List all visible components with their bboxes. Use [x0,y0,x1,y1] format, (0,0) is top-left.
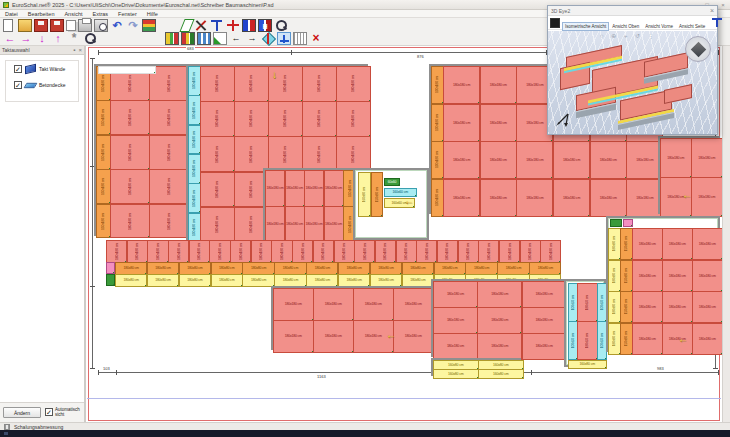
redo-icon[interactable]: ↷ [126,19,140,32]
slab-panel[interactable]: 180x180 cm [304,206,324,243]
compass-icon[interactable] [261,32,275,45]
slab-panel[interactable]: 180x80 cm [211,274,243,287]
open-icon[interactable] [18,19,32,32]
tree-item-takt-wände[interactable]: ✓Takt Wände [6,61,78,77]
slab-panel[interactable]: 180x180 cm [302,101,337,137]
slab-panel[interactable]: 180x180 cm [522,333,567,360]
slab-panel[interactable]: 180x180 cm [632,228,663,260]
arrow-right-icon[interactable]: → [19,32,33,45]
slab-panel[interactable]: 180x80 cm [608,291,621,323]
filler-piece[interactable]: 60x60 [384,178,400,186]
slab-panel[interactable]: 180x180 cm [168,240,189,263]
viewer-3d-close-icon[interactable]: × [710,6,714,15]
slab-panel[interactable]: 180x180 cm [149,100,189,135]
slab-panel[interactable]: 180x50 cm [577,321,598,360]
slab-panel[interactable]: 160x80 cm [478,369,524,379]
slab-panel[interactable]: 180x180 cm [110,204,150,239]
viewer-3d-window[interactable]: 3D Eye2 × Isometrische AnsichtAnsicht Ob… [547,5,718,135]
slab-panel[interactable]: 180x180 cm [692,323,722,355]
slab-panel[interactable]: 150x180 cm [96,169,111,204]
slab-panel[interactable]: 100x180 cm [188,154,201,184]
slab-panel[interactable]: 100x180 cm [188,213,201,243]
asterisk-icon[interactable]: * [67,32,81,45]
slab-panel[interactable]: 180x80 cm [306,274,338,287]
slab-panel[interactable]: 180x180 cm [443,104,480,142]
slab-panel[interactable]: 180x180 cm [336,136,371,172]
slab-panel[interactable]: 150x80 cm [620,260,633,292]
pin-icon[interactable]: ▪ [73,46,75,54]
slab-panel[interactable]: 180x80 cm [115,274,147,287]
slab-panel[interactable]: 180x180 cm [285,206,305,243]
slab-panel[interactable]: 180x180 cm [234,101,269,137]
arrow-up-icon[interactable]: ↑ [51,32,65,45]
slab-panel[interactable]: 180x180 cm [302,66,337,102]
slab-panel[interactable]: 180x180 cm [313,240,334,263]
slab-panel[interactable]: 180x180 cm [437,240,458,263]
slab-panel[interactable]: 150x180 cm [96,204,111,239]
nav-left-icon[interactable]: ← [229,32,243,45]
slab-panel[interactable]: 100x180 cm [188,95,201,125]
slab-panel[interactable]: 180x80 cm [115,262,147,275]
tsquare-icon[interactable] [210,19,224,32]
slab-panel[interactable]: 180x180 cm [375,240,396,263]
filler-piece[interactable] [106,262,115,274]
slab-panel[interactable]: 180x80 cm [370,262,402,275]
slab-panel[interactable]: 180x180 cm [313,288,354,321]
filler-piece[interactable] [98,66,156,74]
save-all-icon[interactable] [50,19,64,32]
zoom-icon[interactable] [274,19,288,32]
slab-panel[interactable]: 160x80 cm [433,369,479,379]
slab-panel[interactable]: 180x180 cm [251,240,272,263]
slab-panel[interactable]: 180x180 cm [477,281,522,308]
slab-panel[interactable]: 180x180 cm [265,170,285,207]
slab-panel[interactable]: 180x180 cm [590,179,627,217]
slab-panel[interactable]: 180x80 cm [242,262,274,275]
grid-columns-icon[interactable] [197,32,211,45]
slab-panel[interactable]: 180x80 cm [338,262,370,275]
slab-panel[interactable]: 100x180 cm [188,125,201,155]
slab-panel[interactable]: 180x180 cm [324,170,344,207]
slab-panel[interactable]: 100x180 cm [188,183,201,213]
slab-panel[interactable]: 100x180 cm [431,104,444,142]
menu-extras[interactable]: Extras [88,11,114,17]
slab-panel[interactable]: 180x180 cm [149,204,189,239]
slab-panel[interactable]: 180x180 cm [632,323,663,355]
slab-panel[interactable]: 100x180 cm [431,141,444,179]
slab-panel[interactable]: 180x180 cm [662,228,693,260]
change-button[interactable]: Ändern [3,407,41,418]
slab-panel[interactable]: 180x180 cm [268,101,303,137]
slab-panel[interactable]: 180x180 cm [324,206,344,243]
slab-panel[interactable]: 180x180 cm [480,104,517,142]
slab-panel[interactable]: 180x180 cm [553,179,590,217]
slab-panel[interactable]: 180x80 cm [179,262,211,275]
slab-panel[interactable]: 180x180 cm [292,240,313,263]
grid-colored2-icon[interactable] [181,32,195,45]
grid-lines-icon[interactable] [293,32,307,45]
grid-colored-icon[interactable] [165,32,179,45]
slab-panel[interactable]: 180x180 cm [540,240,561,263]
slab-panel[interactable]: 180x180 cm [692,228,722,260]
paste-window-icon[interactable] [213,32,227,45]
panels-icon[interactable] [242,19,256,32]
slab-panel[interactable]: 180x80 cm [402,274,434,287]
slab-panel[interactable]: 160x80 cm [358,172,371,217]
slab-panel[interactable]: 100x180 cm [431,179,444,217]
slab-panel[interactable]: 180x180 cm [692,260,722,292]
slab-panel[interactable]: 180x80 cm [147,262,179,275]
slab-panel[interactable]: 180x180 cm [433,281,478,308]
slab-panel[interactable]: 180x180 cm [106,240,127,263]
slab-panel[interactable]: 180x180 cm [200,66,235,102]
slab-panel[interactable]: 180x180 cm [632,260,663,292]
slab-panel[interactable]: 180x180 cm [477,307,522,334]
slab-panel[interactable]: 180x180 cm [353,288,394,321]
slab-panel[interactable]: 180x180 cm [271,240,292,263]
slab-panel[interactable]: 180x180 cm [273,288,314,321]
print-icon[interactable] [78,19,92,32]
taskbar-item[interactable] [4,432,8,435]
slab-panel[interactable]: 180x180 cm [433,307,478,334]
slab-panel[interactable]: 180x80 cm [242,274,274,287]
viewport-minitools[interactable]: ○ ⊕ + ↺ ⋮ [600,32,657,39]
menu-fenster[interactable]: Fenster [113,11,142,17]
slab-panel[interactable]: 180x180 cm [268,136,303,172]
filler-piece[interactable] [106,274,115,286]
